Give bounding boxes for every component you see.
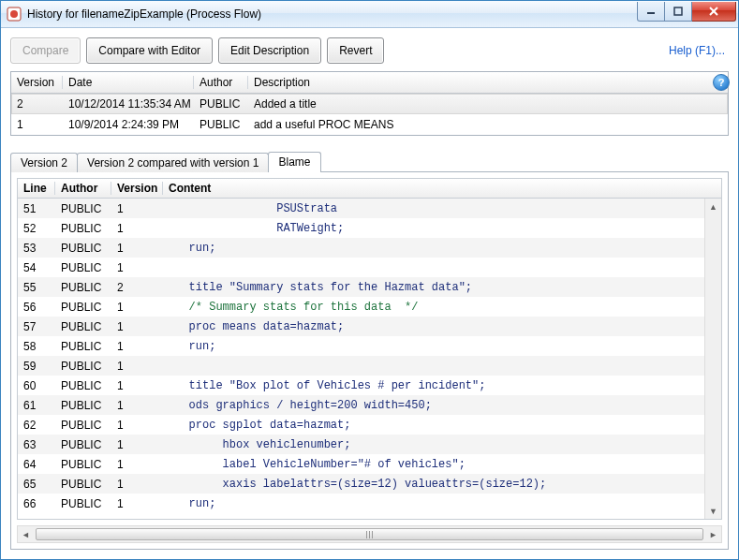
versions-row[interactable]: 210/12/2014 11:35:34 AMPUBLICAdded a tit… (11, 94, 728, 114)
blame-row[interactable]: 58PUBLIC1 run; (18, 336, 704, 356)
blame-version-cell: 1 (111, 222, 163, 235)
scroll-down-icon[interactable]: ▼ (705, 503, 721, 519)
blame-content-cell: PSUStrata (163, 202, 704, 215)
blame-header-author[interactable]: Author (55, 182, 111, 195)
blame-author-cell: PUBLIC (55, 281, 111, 294)
blame-version-cell: 2 (111, 281, 163, 294)
minimize-button[interactable] (637, 2, 665, 22)
blame-version-cell: 1 (111, 360, 163, 373)
versions-header-date[interactable]: Date (63, 76, 194, 89)
blame-line-cell: 52 (18, 222, 55, 235)
blame-line-cell: 56 (18, 301, 55, 314)
blame-version-cell: 1 (111, 301, 163, 314)
blame-row[interactable]: 56PUBLIC1 /* Summary stats for this data… (18, 297, 704, 317)
blame-author-cell: PUBLIC (55, 261, 111, 274)
blame-line-cell: 51 (18, 202, 55, 215)
scroll-left-icon[interactable]: ◄ (18, 526, 34, 542)
blame-line-cell: 60 (18, 379, 55, 392)
blame-vertical-scrollbar[interactable]: ▲ ▼ (704, 199, 721, 519)
date-cell: 10/12/2014 11:35:34 AM (63, 97, 194, 111)
blame-line-cell: 66 (18, 497, 55, 510)
maximize-button[interactable] (665, 2, 692, 22)
blame-line-cell: 58 (18, 340, 55, 353)
blame-author-cell: PUBLIC (55, 478, 111, 491)
blame-row[interactable]: 53PUBLIC1 run; (18, 238, 704, 258)
blame-header-version[interactable]: Version (111, 182, 163, 195)
revert-button[interactable]: Revert (327, 37, 384, 64)
tab[interactable]: Blame (268, 152, 320, 172)
blame-author-cell: PUBLIC (55, 301, 111, 314)
edit-description-button[interactable]: Edit Description (218, 37, 321, 64)
versions-header-row: Version Date Author Description (11, 72, 728, 94)
blame-line-cell: 64 (18, 458, 55, 471)
date-cell: 10/9/2014 2:24:39 PM (63, 118, 194, 131)
scroll-right-icon[interactable]: ► (705, 526, 721, 542)
blame-body: 51PUBLIC1 PSUStrata52PUBLIC1 RATWeight;5… (18, 199, 704, 519)
blame-line-cell: 61 (18, 399, 55, 412)
app-icon (7, 7, 22, 22)
svg-point-1 (10, 10, 18, 18)
blame-version-cell: 1 (111, 320, 163, 333)
tab-strip: Version 2Version 2 compared with version… (10, 151, 729, 171)
blame-row[interactable]: 52PUBLIC1 RATWeight; (18, 218, 704, 238)
tab[interactable]: Version 2 (10, 153, 78, 172)
author-cell: PUBLIC (194, 97, 248, 111)
versions-row[interactable]: 110/9/2014 2:24:39 PMPUBLICadd a useful … (11, 114, 728, 135)
blame-row[interactable]: 60PUBLIC1 title "Box plot of Vehicles # … (18, 376, 704, 395)
window-controls (637, 2, 736, 21)
blame-row[interactable]: 66PUBLIC1 run; (18, 494, 704, 513)
blame-version-cell: 1 (111, 242, 163, 255)
blame-horizontal-scrollbar[interactable]: ◄ ► (17, 525, 722, 543)
blame-row[interactable]: 55PUBLIC2 title "Summary stats for the H… (18, 277, 704, 297)
context-help-icon[interactable]: ? (713, 74, 730, 91)
scroll-up-icon[interactable]: ▲ (705, 199, 721, 214)
blame-author-cell: PUBLIC (55, 340, 111, 353)
blame-row[interactable]: 64PUBLIC1 label VehicleNumber="# of vehi… (18, 454, 704, 474)
help-link[interactable]: Help (F1)... (669, 44, 729, 57)
blame-version-cell: 1 (111, 340, 163, 353)
blame-header-content[interactable]: Content (163, 182, 721, 195)
blame-row[interactable]: 54PUBLIC1 (18, 258, 704, 277)
blame-version-cell: 1 (111, 399, 163, 412)
close-button[interactable] (692, 2, 736, 22)
blame-header-line[interactable]: Line (18, 182, 55, 195)
blame-row[interactable]: 63PUBLIC1 hbox vehiclenumber; (18, 435, 704, 454)
description-cell: add a useful PROC MEANS (248, 118, 728, 131)
blame-line-cell: 55 (18, 281, 55, 294)
blame-author-cell: PUBLIC (55, 320, 111, 333)
blame-row[interactable]: 59PUBLIC1 (18, 356, 704, 376)
blame-content-cell: proc sgplot data=hazmat; (163, 419, 704, 432)
blame-version-cell: 1 (111, 419, 163, 432)
blame-author-cell: PUBLIC (55, 242, 111, 255)
svg-rect-3 (674, 7, 682, 15)
blame-version-cell: 1 (111, 438, 163, 451)
blame-row[interactable]: 51PUBLIC1 PSUStrata (18, 199, 704, 218)
versions-header-author[interactable]: Author (194, 76, 248, 89)
blame-row[interactable]: 57PUBLIC1 proc means data=hazmat; (18, 317, 704, 336)
blame-author-cell: PUBLIC (55, 497, 111, 510)
blame-row[interactable]: 62PUBLIC1 proc sgplot data=hazmat; (18, 415, 704, 435)
blame-header-row: Line Author Version Content (18, 179, 721, 199)
window-title: History for filenameZipExample (Process … (27, 7, 637, 21)
version-cell: 2 (11, 97, 63, 111)
blame-content-cell: hbox vehiclenumber; (163, 438, 704, 451)
blame-version-cell: 1 (111, 478, 163, 491)
tab[interactable]: Version 2 compared with version 1 (77, 153, 269, 172)
blame-author-cell: PUBLIC (55, 360, 111, 373)
toolbar: Compare Compare with Editor Edit Descrip… (1, 28, 738, 71)
blame-content-cell: title "Summary stats for the Hazmat data… (163, 281, 704, 294)
blame-author-cell: PUBLIC (55, 222, 111, 235)
compare-with-editor-button[interactable]: Compare with Editor (86, 37, 213, 64)
blame-row[interactable]: 61PUBLIC1 ods graphics / height=200 widt… (18, 395, 704, 415)
blame-grid: Line Author Version Content 51PUBLIC1 PS… (17, 178, 722, 520)
blame-line-cell: 59 (18, 360, 55, 373)
versions-header-description[interactable]: Description (248, 76, 728, 89)
compare-button[interactable]: Compare (10, 37, 81, 64)
blame-version-cell: 1 (111, 497, 163, 510)
versions-header-version[interactable]: Version (11, 76, 63, 89)
blame-author-cell: PUBLIC (55, 438, 111, 451)
history-window: History for filenameZipExample (Process … (0, 0, 739, 560)
blame-content-cell: run; (163, 497, 704, 510)
blame-row[interactable]: 65PUBLIC1 xaxis labelattrs=(size=12) val… (18, 474, 704, 494)
blame-line-cell: 62 (18, 419, 55, 432)
